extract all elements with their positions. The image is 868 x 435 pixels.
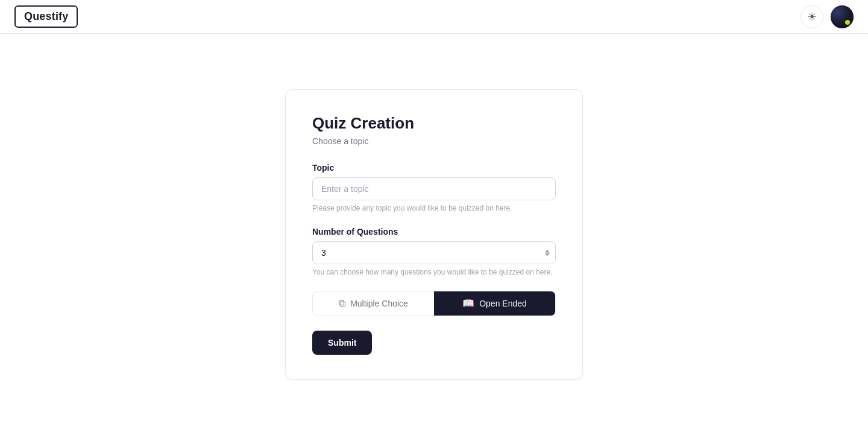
questions-hint: You can choose how many questions you wo… xyxy=(312,268,556,276)
main-content: Quiz Creation Choose a topic Topic Pleas… xyxy=(0,34,868,435)
questions-field-group: Number of Questions You can choose how m… xyxy=(312,227,556,276)
multiple-choice-button[interactable]: ⧉ Multiple Choice xyxy=(313,291,434,316)
card-title: Quiz Creation xyxy=(312,114,556,133)
open-ended-button[interactable]: 📖 Open Ended xyxy=(434,291,555,316)
questions-input-wrapper xyxy=(312,241,556,264)
questions-input[interactable] xyxy=(312,241,556,264)
header-right: ☀ xyxy=(800,5,854,28)
topic-input[interactable] xyxy=(312,177,556,200)
card-subtitle: Choose a topic xyxy=(312,136,556,146)
question-type-toggle: ⧉ Multiple Choice 📖 Open Ended xyxy=(312,291,556,316)
header: Questify ☀ xyxy=(0,0,868,34)
theme-toggle-button[interactable]: ☀ xyxy=(800,5,823,28)
sun-icon: ☀ xyxy=(807,10,817,24)
logo[interactable]: Questify xyxy=(14,5,78,28)
topic-hint: Please provide any topic you would like … xyxy=(312,204,556,212)
open-ended-label: Open Ended xyxy=(479,299,527,308)
multiple-choice-icon: ⧉ xyxy=(339,299,345,308)
avatar[interactable] xyxy=(831,5,854,28)
open-ended-icon: 📖 xyxy=(462,299,474,308)
topic-label: Topic xyxy=(312,163,556,173)
multiple-choice-label: Multiple Choice xyxy=(350,299,408,308)
topic-field-group: Topic Please provide any topic you would… xyxy=(312,163,556,212)
submit-button[interactable]: Submit xyxy=(312,331,372,355)
avatar-image xyxy=(831,5,854,28)
quiz-creation-card: Quiz Creation Choose a topic Topic Pleas… xyxy=(285,89,583,379)
questions-label: Number of Questions xyxy=(312,227,556,237)
